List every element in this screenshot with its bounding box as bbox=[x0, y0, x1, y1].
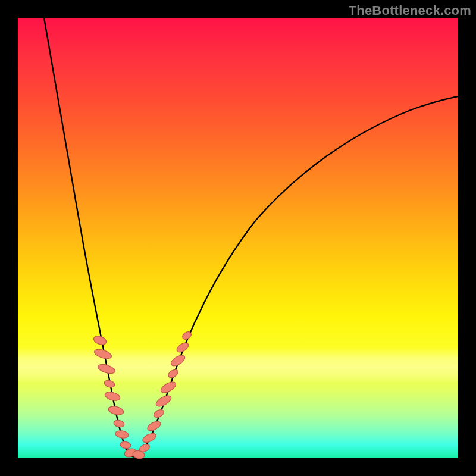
marker-cluster bbox=[93, 330, 193, 459]
curve-right-branch bbox=[139, 96, 458, 456]
svg-point-4 bbox=[104, 390, 121, 402]
svg-point-3 bbox=[104, 379, 115, 389]
svg-point-14 bbox=[152, 408, 165, 419]
svg-point-12 bbox=[142, 431, 158, 444]
svg-point-18 bbox=[170, 353, 187, 368]
curve-left-branch bbox=[44, 18, 129, 455]
curve-layer bbox=[18, 18, 458, 458]
svg-point-8 bbox=[120, 441, 131, 449]
svg-point-5 bbox=[108, 405, 124, 416]
svg-point-13 bbox=[146, 419, 162, 433]
svg-point-16 bbox=[159, 380, 178, 394]
svg-point-0 bbox=[93, 334, 108, 346]
svg-point-15 bbox=[155, 394, 173, 409]
svg-point-17 bbox=[167, 368, 179, 380]
watermark-text: TheBottleneck.com bbox=[349, 3, 471, 18]
svg-point-7 bbox=[115, 430, 129, 439]
svg-point-6 bbox=[113, 419, 125, 428]
